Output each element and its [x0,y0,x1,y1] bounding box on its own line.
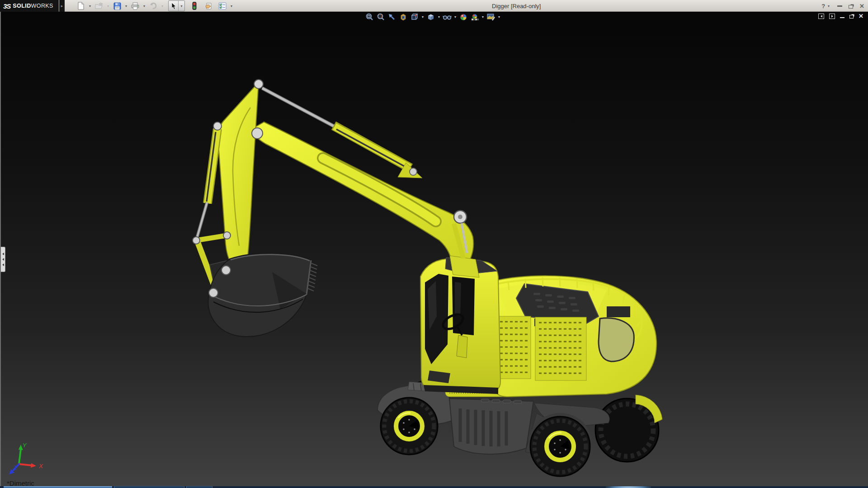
display-style-icon [427,13,435,21]
save-dropdown-caret[interactable]: ▾ [124,4,128,8]
rebuild-traffic-light-icon [192,2,197,10]
help-button[interactable]: ? [821,3,825,9]
edit-appearance-icon [459,13,467,21]
select-cursor-icon [170,2,177,10]
section-view-button[interactable] [398,13,408,22]
select-dropdown-caret[interactable]: ▾ [179,1,184,11]
title-bar: 3S SOLIDWORKS ▸ ▾ ▾ ▾ [0,0,868,12]
collapse-arrow-icon [2,253,4,255]
section-view-icon [399,13,407,21]
triad-y-label: Y [23,442,27,449]
logo-text-light: WORKS [31,3,53,9]
apply-scene-caret[interactable]: ▾ [481,15,485,19]
boom-assembly [193,80,479,287]
new-dropdown-caret[interactable]: ▾ [88,4,92,8]
menu-flyout-arrow-icon[interactable]: ▸ [59,0,65,12]
document-minimize-button[interactable] [840,17,844,18]
apply-scene-button[interactable] [470,13,480,22]
collapse-arrow-icon [2,263,4,266]
select-button[interactable] [169,1,179,11]
taskbar-button[interactable] [186,486,212,488]
file-properties-icon [205,2,213,10]
view-orientation-caret[interactable]: ▾ [421,15,425,19]
show-left-pane-icon[interactable] [818,14,824,19]
open-icon [95,2,103,9]
hide-show-items-icon [443,13,452,21]
view-settings-button[interactable] [486,13,496,22]
triad-z-label: Z [13,465,18,471]
open-button[interactable] [94,1,104,11]
graphics-area[interactable]: Y X Z *Dimetric [0,12,868,486]
zoom-to-area-icon [377,13,385,21]
hide-show-items-button[interactable] [442,13,452,22]
rebuild-button[interactable] [189,1,199,11]
display-style-button[interactable] [426,13,436,22]
collapse-arrow-icon [2,258,4,261]
file-properties-button[interactable] [204,1,214,11]
taskbar-active-button[interactable] [4,486,112,488]
triad-x-label: X [38,463,43,469]
bucket [208,253,317,337]
model-scene[interactable]: Y X Z [1,12,868,486]
seat [457,335,467,358]
minimize-button[interactable] [837,5,842,7]
options-dropdown-caret[interactable]: ▾ [229,4,234,8]
options-icon [218,2,226,10]
front-right-wheel [530,417,590,476]
undo-dropdown-caret[interactable]: ▾ [160,4,165,8]
heads-up-view-toolbar: ▾ ▾ ▾ [364,12,501,22]
view-orientation-icon [410,13,419,21]
document-close-button[interactable]: ✕ [859,13,863,19]
front-left-wheel [381,398,438,455]
cab [420,258,500,394]
close-button[interactable]: ✕ [859,3,864,9]
view-settings-caret[interactable]: ▾ [497,15,501,19]
taskbar-edge [0,486,868,488]
select-tool-group: ▾ [168,0,185,11]
orientation-triad: Y X Z [9,442,43,474]
print-icon [131,2,139,10]
previous-view-icon [388,13,396,21]
zoom-to-fit-button[interactable] [364,13,374,22]
taskbar-glow [606,486,651,488]
feature-manager-collapse-tab[interactable] [1,247,5,272]
side-vents [497,316,586,380]
window-controls: ? ▾ ✕ [821,0,864,12]
show-right-pane-icon[interactable] [829,14,835,19]
previous-view-button[interactable] [387,13,397,22]
undo-icon [149,2,157,9]
save-icon [113,2,121,10]
taskbar-button[interactable] [114,486,184,488]
window-title: Digger [Read-only] [492,0,541,12]
rear-side-window [599,318,634,361]
logo-text-bold: SOLID [13,3,31,9]
options-button[interactable] [217,1,227,11]
zoom-to-fit-icon [365,13,373,21]
open-dropdown-caret[interactable]: ▾ [106,4,110,8]
3ds-logo-icon: 3S [3,2,10,10]
print-button[interactable] [130,1,140,11]
standard-toolbar: ▾ ▾ ▾ ▾ ▾ [76,0,234,12]
document-restore-button[interactable] [849,15,854,19]
display-style-caret[interactable]: ▾ [437,15,441,19]
excavator-model [193,80,662,476]
hide-show-items-caret[interactable]: ▾ [453,15,457,19]
zoom-to-area-button[interactable] [376,13,386,22]
edit-appearance-button[interactable] [458,13,468,22]
new-document-icon [77,2,85,10]
print-dropdown-caret[interactable]: ▾ [142,4,146,8]
view-orientation-button[interactable] [410,13,420,22]
document-window-controls: ✕ [818,13,863,19]
restore-button[interactable] [849,5,853,9]
apply-scene-icon [471,13,479,21]
new-document-button[interactable] [76,1,86,11]
solidworks-logo: 3S SOLIDWORKS [0,0,59,12]
undo-button[interactable] [148,1,158,11]
save-button[interactable] [112,1,122,11]
help-dropdown-caret[interactable]: ▾ [826,4,831,8]
view-settings-icon [487,13,495,21]
